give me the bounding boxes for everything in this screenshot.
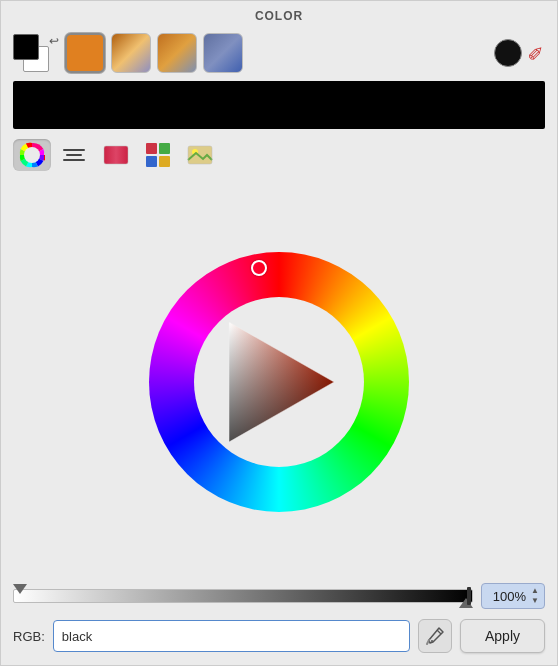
svg-rect-7 — [146, 156, 157, 167]
preset-swatch-2[interactable] — [111, 33, 151, 73]
opacity-track — [13, 589, 473, 603]
rgb-input[interactable] — [53, 620, 410, 652]
preset-swatch-3[interactable] — [157, 33, 197, 73]
eyedropper-icon — [425, 626, 445, 646]
palette-icon — [145, 142, 171, 168]
svg-line-15 — [437, 630, 441, 634]
rgb-label: RGB: — [13, 629, 45, 644]
svg-marker-13 — [229, 322, 334, 442]
apply-button[interactable]: Apply — [460, 619, 545, 653]
tab-color-wheel[interactable] — [13, 139, 51, 171]
color-triangle-svg — [209, 312, 349, 452]
pencil-icon[interactable]: ✏ — [522, 39, 551, 68]
svg-rect-5 — [146, 143, 157, 154]
tab-sliders[interactable] — [55, 139, 93, 171]
wheel-container — [1, 177, 557, 577]
svg-rect-8 — [159, 156, 170, 167]
svg-rect-6 — [159, 143, 170, 154]
wheel-handle[interactable] — [251, 260, 267, 276]
opacity-increment[interactable]: ▲ — [528, 586, 542, 596]
color-wheel-icon — [19, 142, 45, 168]
opacity-input[interactable]: 100% — [488, 589, 526, 604]
mode-tabs — [1, 135, 557, 177]
color-panel: COLOR ↩ ✏ — [0, 0, 558, 666]
opacity-handle-top — [13, 584, 27, 594]
swatch-row: ↩ ✏ — [1, 29, 557, 77]
sliders-icon — [63, 149, 85, 161]
svg-rect-3 — [104, 146, 128, 164]
preset-swatch-4[interactable] — [203, 33, 243, 73]
opacity-stepper: ▲ ▼ — [528, 586, 542, 606]
black-circle-swatch[interactable] — [494, 39, 522, 67]
tab-spectrum[interactable] — [97, 139, 135, 171]
eyedropper-button[interactable] — [418, 619, 452, 653]
fg-bg-swatches: ↩ — [13, 34, 59, 72]
color-wheel-wrap[interactable] — [149, 252, 409, 512]
opacity-decrement[interactable]: ▼ — [528, 596, 542, 606]
tab-image[interactable] — [181, 139, 219, 171]
svg-point-2 — [24, 147, 40, 163]
image-icon — [187, 144, 213, 166]
opacity-input-wrap: 100% ▲ ▼ — [481, 583, 545, 609]
svg-point-16 — [431, 640, 433, 642]
spectrum-icon — [103, 144, 129, 166]
opacity-slider[interactable] — [13, 587, 473, 605]
panel-title: COLOR — [1, 1, 557, 29]
swap-icon[interactable]: ↩ — [49, 34, 59, 48]
preset-swatch-1[interactable] — [65, 33, 105, 73]
rgb-row: RGB: Apply — [1, 613, 557, 665]
opacity-row: 100% ▲ ▼ — [1, 577, 557, 613]
foreground-swatch[interactable] — [13, 34, 39, 60]
color-wheel-inner — [194, 297, 364, 467]
color-preview-bar — [13, 81, 545, 129]
tab-palette[interactable] — [139, 139, 177, 171]
opacity-thumb — [467, 587, 471, 605]
